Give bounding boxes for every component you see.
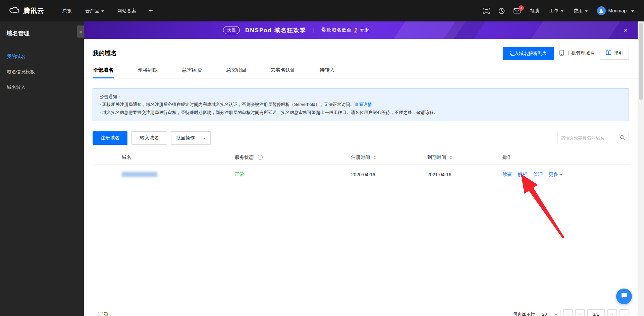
chevron-down-icon — [203, 138, 206, 141]
pagination-bar: 共1项 每页显示行 20 « ‹ 1/1 › » — [97, 309, 629, 316]
tab-pending-transfer[interactable]: 待转入 — [319, 63, 335, 78]
live-chat-button[interactable] — [616, 289, 632, 304]
banner-content: 大促 DNSPod 域名狂欢季 ｜ 爆款域名低至 1 元起 — [223, 21, 370, 39]
last-page-button[interactable]: » — [620, 309, 629, 316]
chevron-down-icon — [561, 10, 564, 13]
next-page-button[interactable]: › — [607, 309, 617, 316]
guide-book-icon — [606, 50, 611, 56]
prev-page-button[interactable]: ‹ — [575, 309, 585, 316]
more-actions-dropdown[interactable]: 更多 — [549, 172, 562, 178]
column-header-domain: 域名 — [122, 154, 235, 161]
nav-item-help[interactable]: 帮助 — [529, 0, 540, 21]
expire-date: 2021-04-16 — [427, 172, 502, 177]
manage-link[interactable]: 管理 — [533, 172, 543, 178]
tab-urgent-redemption[interactable]: 急需赎回 — [225, 63, 247, 78]
sidebar-menu: 我的域名 域名信息模板 域名转入 — [0, 49, 84, 95]
chevron-down-icon — [555, 314, 557, 316]
brand-name: 腾讯云 — [23, 6, 44, 15]
promo-price: 1 — [354, 26, 358, 34]
banner-divider: ｜ — [312, 27, 316, 33]
notice-title: 公告通知： — [100, 93, 622, 101]
scan-qr-icon[interactable] — [483, 8, 490, 14]
row-actions: 续费 解析 管理 更多 — [502, 172, 629, 178]
resolve-dns-link[interactable]: 解析 — [518, 172, 527, 178]
domain-toolbar: 注册域名 转入域名 批量操作 — [93, 131, 629, 145]
chevron-down-icon — [631, 10, 634, 13]
messages-mail-icon[interactable]: 3 — [514, 8, 521, 14]
banner-close-icon[interactable]: × — [624, 27, 628, 34]
unread-count-badge: 3 — [519, 5, 524, 11]
sidebar-title: 域名管理 — [0, 21, 84, 37]
user-avatar — [597, 6, 606, 15]
per-page-select[interactable]: 20 — [539, 309, 560, 316]
tencent-cloud-console: 腾讯云 总览 云产品 网站备案 + — [0, 0, 644, 316]
nav-item-cloud-products[interactable]: 云产品 — [78, 0, 111, 21]
column-header-status: 服务状态 i — [235, 154, 351, 161]
sort-icon[interactable] — [373, 154, 376, 161]
tab-not-verified[interactable]: 未实名认证 — [270, 63, 296, 78]
guide-button[interactable]: 指引 — [600, 47, 629, 60]
top-navbar: 腾讯云 总览 云产品 网站备案 + — [0, 0, 644, 21]
nav-item-tickets[interactable]: 工单 — [549, 0, 564, 21]
nav-item-overview[interactable]: 总览 — [56, 0, 78, 21]
domain-search-input[interactable] — [561, 136, 620, 141]
notice-line-1: - 现接相关注册局通知，域名注册后必须在规定时间内完成域名实名认证，否则会被注册… — [100, 101, 622, 108]
enter-dns-list-button[interactable]: 进入域名解析列表 — [503, 47, 554, 60]
account-menu[interactable]: Monmap — [597, 6, 634, 15]
domain-search-box — [557, 132, 629, 144]
history-clock-icon[interactable] — [498, 8, 505, 14]
tab-urgent-renewal[interactable]: 急需续费 — [181, 63, 203, 78]
page-indicator: 1/1 — [587, 309, 605, 316]
registered-date: 2020-04-16 — [351, 172, 427, 177]
tab-all-domains[interactable]: 全部域名 — [93, 63, 114, 78]
column-header-expires: 到期时间 — [427, 154, 502, 161]
domain-name-redacted[interactable] — [122, 172, 157, 177]
tencent-cloud-logo[interactable]: 腾讯云 — [9, 6, 44, 15]
domain-table: 域名 服务状态 i 注册时间 到期时间 操作 正常 2 — [93, 150, 629, 184]
renew-link[interactable]: 续费 — [502, 172, 512, 178]
info-icon[interactable]: i — [258, 155, 263, 160]
select-all-checkbox[interactable] — [102, 155, 107, 160]
page-header: 我的域名 进入域名解析列表 手机管理域名 — [84, 39, 638, 60]
phone-manage-domains-button[interactable]: 手机管理域名 — [559, 50, 595, 57]
page-header-actions: 进入域名解析列表 手机管理域名 — [503, 47, 629, 60]
page-title: 我的域名 — [93, 49, 117, 57]
nav-item-billing[interactable]: 费用 — [573, 0, 588, 21]
chat-bubble-icon — [621, 292, 628, 301]
nav-item-website-filing[interactable]: 网站备案 — [111, 0, 143, 21]
pagination-controls: 每页显示行 20 « ‹ 1/1 › » — [513, 309, 629, 316]
banner-decoration — [527, 21, 625, 39]
nav-add-shortcut-button[interactable]: + — [143, 0, 159, 21]
sort-icon[interactable] — [449, 154, 452, 161]
register-domain-button[interactable]: 注册域名 — [93, 131, 127, 145]
table-row: 正常 2020-04-16 2021-04-16 续费 解析 管理 更多 — [93, 165, 629, 184]
notice-line-2: - 域名实名信息需要提交注册局进行审核，受特殊时期影响，部分注册局的审核时间有所… — [100, 109, 622, 116]
phone-icon — [559, 50, 564, 57]
chevron-down-icon — [560, 174, 562, 177]
transfer-in-domain-button[interactable]: 转入域名 — [131, 131, 167, 145]
tab-expiring-soon[interactable]: 即将到期 — [137, 63, 158, 78]
promo-badge: 大促 — [223, 26, 240, 34]
promo-banner: 大促 DNSPod 域名狂欢季 ｜ 爆款域名低至 1 元起 × — [84, 21, 638, 39]
chevron-down-icon — [101, 10, 104, 13]
row-checkbox[interactable] — [102, 172, 107, 177]
sidebar-item-my-domains[interactable]: 我的域名 — [0, 49, 84, 64]
view-details-link[interactable]: 查看详情 — [355, 102, 372, 107]
scrollbar-thumb[interactable] — [639, 23, 643, 100]
batch-operations-dropdown[interactable]: 批量操作 — [171, 131, 211, 145]
announcement-notice: 公告通知： - 现接相关注册局通知，域名注册后必须在规定时间内完成域名实名认证，… — [93, 88, 629, 121]
chevron-down-icon — [585, 10, 588, 13]
status-badge: 正常 — [235, 172, 244, 178]
sidebar-collapse-button[interactable]: « — [77, 25, 84, 38]
main-content: 大促 DNSPod 域名狂欢季 ｜ 爆款域名低至 1 元起 × 我的域名 进入域… — [84, 21, 638, 316]
sidebar-item-domain-transfer-in[interactable]: 域名转入 — [0, 79, 84, 95]
total-count-label: 共1项 — [97, 311, 108, 316]
page-scrollbar — [638, 21, 644, 316]
first-page-button[interactable]: « — [563, 309, 573, 316]
domain-tabs: 全部域名 即将到期 急需续费 急需赎回 未实名认证 待转入 — [84, 63, 638, 78]
navbar-right: 3 帮助 工单 费用 Monmap — [483, 0, 634, 21]
sidebar-item-domain-info-template[interactable]: 域名信息模板 — [0, 64, 84, 79]
column-header-registered: 注册时间 — [351, 154, 427, 161]
banner-promo-text: 爆款域名低至 1 元起 — [321, 26, 370, 34]
search-icon[interactable] — [620, 135, 625, 141]
